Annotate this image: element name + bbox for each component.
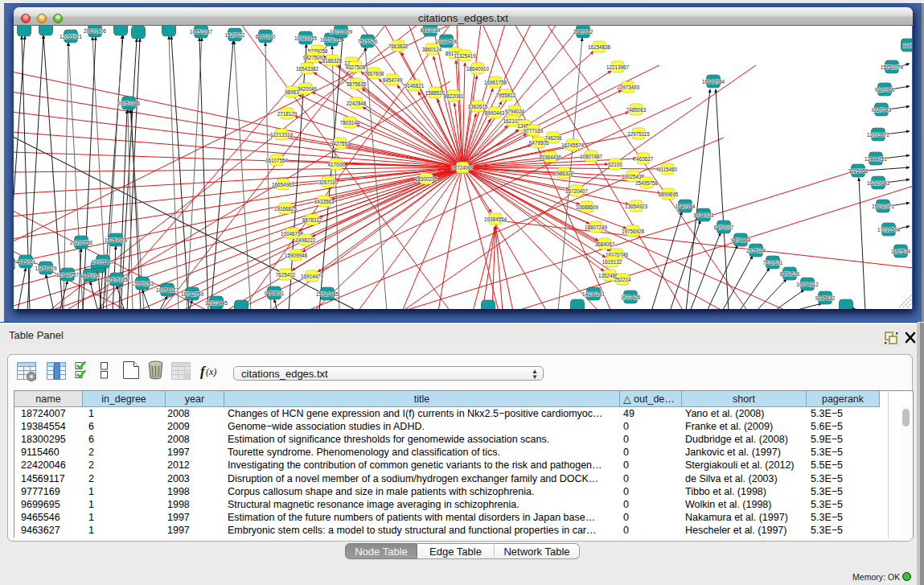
svg-text:12444151: 12444151	[864, 156, 888, 162]
svg-text:16107554: 16107554	[265, 158, 289, 163]
svg-text:2718129: 2718129	[277, 111, 298, 117]
svg-text:16245574: 16245574	[561, 142, 585, 148]
svg-text:1733426: 1733426	[621, 295, 641, 300]
svg-text:16961758: 16961758	[484, 80, 507, 85]
svg-text:20053346: 20053346	[117, 101, 141, 106]
svg-text:3267110: 3267110	[318, 179, 339, 185]
svg-text:20691406: 20691406	[84, 28, 107, 34]
svg-text:9227343: 9227343	[872, 107, 892, 113]
svg-text:6479505: 6479505	[529, 140, 549, 146]
svg-text:62100: 62100	[608, 162, 622, 167]
svg-text:8471636: 8471636	[780, 271, 800, 277]
svg-text:8990443: 8990443	[485, 110, 505, 116]
svg-text:15692971: 15692971	[872, 204, 895, 209]
svg-text:2935114: 2935114	[746, 248, 766, 253]
svg-text:2242848: 2242848	[347, 101, 367, 106]
svg-text:1167534: 1167534	[891, 249, 911, 254]
svg-text:8938923: 8938923	[694, 212, 714, 218]
svg-text:1640954: 1640954	[676, 204, 696, 209]
svg-text:18640910: 18640910	[466, 66, 490, 72]
svg-text:16654963: 16654963	[272, 182, 295, 187]
svg-text:19166825: 19166825	[274, 206, 298, 212]
svg-text:16210643: 16210643	[867, 180, 890, 186]
svg-text:8186328: 8186328	[322, 58, 343, 64]
svg-text:16033809: 16033809	[330, 29, 353, 35]
svg-text:10654112: 10654112	[796, 282, 819, 287]
svg-text:1117: 1117	[902, 43, 912, 48]
svg-text:10958127: 10958127	[156, 287, 179, 293]
svg-text:2687682: 2687682	[573, 29, 593, 35]
svg-text:9129966: 9129966	[875, 87, 895, 93]
svg-text:16648784: 16648784	[702, 79, 725, 84]
svg-text:16543382: 16543382	[296, 66, 319, 72]
svg-text:10688609: 10688609	[576, 204, 599, 210]
svg-text:19756928: 19756928	[622, 229, 645, 234]
svg-text:1615132: 1615132	[602, 259, 622, 265]
svg-text:7485063: 7485063	[626, 107, 647, 113]
svg-text:3684067: 3684067	[595, 241, 615, 247]
svg-text:7663822: 7663822	[388, 43, 409, 49]
svg-text:19218506: 19218506	[435, 39, 458, 44]
svg-text:20206556: 20206556	[70, 240, 93, 245]
svg-text:11325419: 11325419	[454, 53, 476, 59]
svg-text:1362615: 1362615	[468, 104, 488, 109]
svg-text:19384554: 19384554	[484, 216, 507, 222]
svg-text:14136141: 14136141	[582, 291, 606, 297]
svg-text:252214: 252214	[614, 277, 631, 282]
svg-text:15909948: 15909948	[285, 253, 308, 258]
svg-text:10719155: 10719155	[294, 35, 318, 41]
svg-text:18300295: 18300295	[415, 176, 438, 182]
svg-text:6479197: 6479197	[714, 225, 734, 230]
svg-text:8813014: 8813014	[421, 27, 441, 33]
svg-text:3860124: 3860124	[422, 47, 442, 52]
svg-text:7955812: 7955812	[496, 93, 516, 98]
svg-text:6466160: 6466160	[256, 34, 276, 39]
svg-text:9827509: 9827509	[303, 55, 323, 60]
svg-text:7803144: 7803144	[340, 120, 360, 126]
svg-text:17016504: 17016504	[877, 227, 901, 233]
svg-text:1145194: 1145194	[80, 273, 101, 278]
svg-text:8454749: 8454749	[383, 77, 403, 83]
svg-text:9474444: 9474444	[731, 237, 751, 243]
svg-text:9777169: 9777169	[524, 128, 544, 134]
svg-text:12505135: 12505135	[105, 277, 129, 282]
svg-text:15716485: 15716485	[316, 291, 339, 297]
svg-text:20364436: 20364436	[539, 154, 562, 160]
svg-text:15495758: 15495758	[635, 180, 659, 186]
svg-text:8878312: 8878312	[302, 217, 322, 223]
svg-text:12055721: 12055721	[60, 34, 83, 39]
svg-text:15751074: 15751074	[881, 64, 904, 70]
svg-text:9115460: 9115460	[658, 167, 678, 172]
svg-text:10807487: 10807487	[580, 154, 603, 159]
svg-text:7463627: 7463627	[634, 156, 654, 162]
svg-text:7632621: 7632621	[763, 260, 783, 266]
svg-text:13654923: 13654923	[625, 204, 648, 209]
svg-text:7515526: 7515526	[358, 39, 378, 44]
svg-text:18724007: 18724007	[451, 165, 474, 171]
svg-text:17359924: 17359924	[105, 237, 128, 243]
svg-text:1588520: 1588520	[425, 90, 446, 96]
svg-text:10653287: 10653287	[190, 29, 213, 35]
svg-text:17957253: 17957253	[131, 281, 154, 286]
svg-text:9146821: 9146821	[405, 83, 425, 89]
svg-text:16914479: 16914479	[301, 274, 324, 279]
svg-text:1527602: 1527602	[225, 32, 245, 38]
svg-text:5875635: 5875635	[347, 81, 367, 87]
svg-text:16154838: 16154838	[588, 44, 611, 50]
svg-text:9427552: 9427552	[331, 141, 351, 146]
svg-text:(x): (x)	[206, 366, 216, 377]
svg-text:12213967: 12213967	[606, 64, 630, 70]
svg-text:12923445: 12923445	[205, 300, 228, 306]
svg-text:12942757: 12942757	[56, 272, 80, 278]
svg-text:18807249: 18807249	[585, 225, 608, 230]
svg-text:6899695: 6899695	[659, 192, 679, 197]
svg-text:4485061: 4485061	[16, 259, 36, 265]
svg-text:10973493: 10973493	[617, 84, 640, 90]
svg-text:12975115: 12975115	[627, 131, 650, 137]
svg-text:3215958: 3215958	[848, 168, 869, 174]
svg-text:98961: 98961	[285, 89, 299, 95]
svg-text:16782759: 16782759	[181, 291, 204, 297]
svg-text:2986322: 2986322	[554, 171, 574, 176]
svg-text:1498222: 1498222	[296, 237, 316, 243]
svg-text:7625402: 7625402	[276, 272, 296, 278]
